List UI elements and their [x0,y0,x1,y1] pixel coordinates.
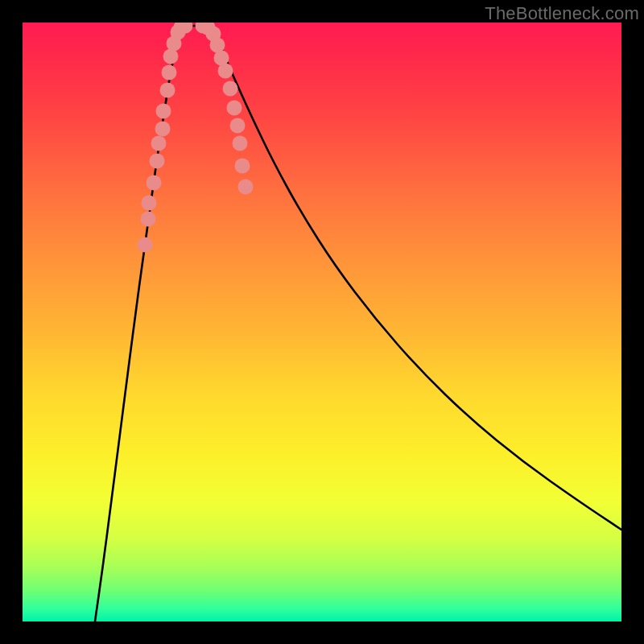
watermark-text: TheBottleneck.com [485,3,639,24]
marker-dot [155,122,171,137]
marker-dot [151,136,167,151]
marker-dot [238,180,254,195]
marker-dot [142,196,157,211]
marker-dot [233,136,248,151]
marker-dot [147,175,162,191]
marker-dot [156,104,171,119]
marker-dot [163,49,179,64]
marker-dot [141,212,156,227]
marker-dot [230,118,246,134]
marker-dot [200,23,216,35]
marker-dot [210,38,225,53]
markers-left [138,23,193,253]
marker-dot [196,23,211,34]
marker-dot [138,237,153,253]
marker-dot [167,36,182,52]
marker-dot [171,25,186,40]
curve-right-branch [212,27,621,530]
marker-dot [160,83,175,98]
marker-dot [174,23,189,35]
markers-right [196,23,254,195]
marker-dot [162,65,177,80]
plot-area [23,23,621,621]
curve-left-branch [95,27,183,621]
marker-dot [178,23,193,34]
marker-dot [235,159,250,174]
marker-dot [227,101,242,116]
marker-dot [150,154,165,169]
chart-frame: TheBottleneck.com [0,0,644,644]
marker-dot [214,51,229,66]
marker-dot [206,27,221,42]
marker-dot [218,64,233,79]
curve-svg [23,23,621,621]
marker-dot [223,81,238,97]
